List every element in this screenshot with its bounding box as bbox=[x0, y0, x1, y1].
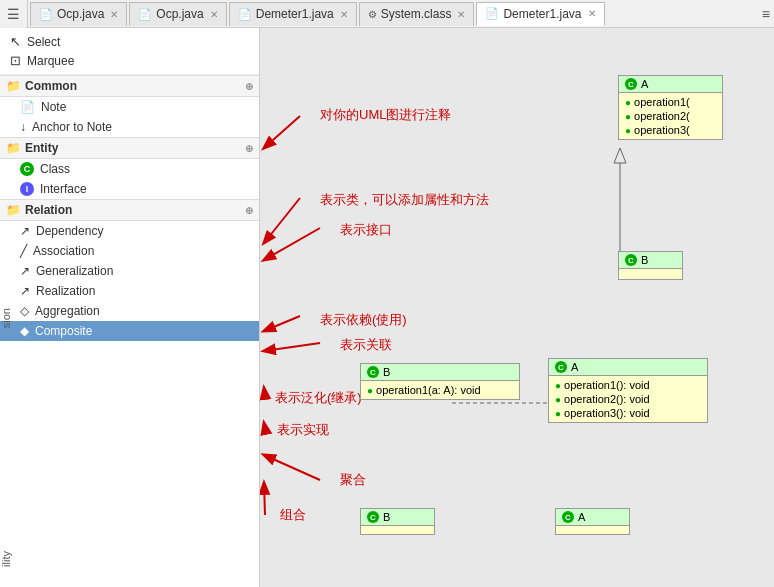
main-area: sion ility ↖ Select ⊡ Marquee 📁 Common ⊕… bbox=[0, 28, 774, 587]
tab-menu-btn[interactable]: ≡ bbox=[762, 6, 770, 22]
class-badge-a-bot: C bbox=[562, 511, 574, 523]
item-realization-label: Realization bbox=[36, 284, 95, 298]
svg-line-1 bbox=[264, 198, 300, 243]
tab-demeter1-label: Demeter1.java bbox=[256, 7, 334, 21]
tab-bar: ☰ 📄 Ocp.java ✕ 📄 Ocp.java ✕ 📄 Demeter1.j… bbox=[0, 0, 774, 28]
box-b-mid-title: B bbox=[383, 366, 390, 378]
class-badge-a-mid: C bbox=[555, 361, 567, 373]
select-tool[interactable]: ↖ Select bbox=[6, 32, 253, 51]
pin-entity-icon: ⊕ bbox=[245, 143, 253, 154]
item-composite[interactable]: ◆ Composite bbox=[0, 321, 259, 341]
section-relation-header[interactable]: 📁 Relation ⊕ bbox=[0, 199, 259, 221]
method-row: ● operation3( bbox=[623, 123, 718, 137]
item-dependency-label: Dependency bbox=[36, 224, 103, 238]
section-relation-label: Relation bbox=[25, 203, 72, 217]
class-badge-b-top: C bbox=[625, 254, 637, 266]
edge-label-ility: ility bbox=[0, 551, 12, 567]
svg-marker-12 bbox=[614, 148, 626, 163]
svg-line-7 bbox=[264, 455, 320, 480]
item-association-label: Association bbox=[33, 244, 94, 258]
uml-box-b-mid: C B ● operation1(a: A): void bbox=[360, 363, 520, 400]
interface-circle-icon: I bbox=[20, 182, 34, 196]
tab-demeter1[interactable]: 📄 Demeter1.java ✕ bbox=[229, 2, 357, 26]
generalization-icon: ↗ bbox=[20, 264, 30, 278]
tab-close-ocp1[interactable]: ✕ bbox=[110, 9, 118, 20]
method-row: ● operation1(): void bbox=[553, 378, 703, 392]
item-dependency[interactable]: ↗ Dependency bbox=[0, 221, 259, 241]
box-b-bot-title: B bbox=[383, 511, 390, 523]
method-row: ● operation1(a: A): void bbox=[365, 383, 515, 397]
select-icon: ↖ bbox=[10, 34, 21, 49]
marquee-label: Marquee bbox=[27, 54, 74, 68]
marquee-icon: ⊡ bbox=[10, 53, 21, 68]
item-aggregation[interactable]: ◇ Aggregation bbox=[0, 301, 259, 321]
item-note[interactable]: 📄 Note bbox=[0, 97, 259, 117]
uml-box-a-bot: C A bbox=[555, 508, 630, 535]
box-b-top-title: B bbox=[641, 254, 648, 266]
uml-box-a-top: C A ● operation1( ● operation2( ● operat… bbox=[618, 75, 723, 140]
section-entity-header[interactable]: 📁 Entity ⊕ bbox=[0, 137, 259, 159]
item-interface[interactable]: I Interface bbox=[0, 179, 259, 199]
annotation-interface: 表示接口 bbox=[340, 221, 392, 239]
tab-demeter2-label: Demeter1.java bbox=[503, 7, 581, 21]
class-badge-a-top: C bbox=[625, 78, 637, 90]
svg-line-5 bbox=[264, 388, 265, 396]
item-class[interactable]: C Class bbox=[0, 159, 259, 179]
content-area: 对你的UML图进行注释 表示类，可以添加属性和方法 表示接口 表示依赖(使用) … bbox=[260, 28, 774, 587]
java-icon4: 📄 bbox=[485, 7, 499, 20]
box-a-bot-title: A bbox=[578, 511, 585, 523]
pin-relation-icon: ⊕ bbox=[245, 205, 253, 216]
item-generalization[interactable]: ↗ Generalization bbox=[0, 261, 259, 281]
uml-box-a-mid: C A ● operation1(): void ● operation2():… bbox=[548, 358, 708, 423]
method-label: operation3(): void bbox=[564, 407, 650, 419]
tab-close-ocp2[interactable]: ✕ bbox=[210, 9, 218, 20]
method-label: operation1(): void bbox=[564, 379, 650, 391]
section-entity-label: Entity bbox=[25, 141, 58, 155]
tab-ocp2[interactable]: 📄 Ocp.java ✕ bbox=[129, 2, 226, 26]
annotation-note: 对你的UML图进行注释 bbox=[320, 106, 451, 124]
section-common-label: Common bbox=[25, 79, 77, 93]
tab-ocp2-label: Ocp.java bbox=[156, 7, 203, 21]
tab-demeter2[interactable]: 📄 Demeter1.java ✕ bbox=[476, 2, 604, 26]
composite-icon: ◆ bbox=[20, 324, 29, 338]
item-realization[interactable]: ↗ Realization bbox=[0, 281, 259, 301]
section-common-header[interactable]: 📁 Common ⊕ bbox=[0, 75, 259, 97]
realization-icon: ↗ bbox=[20, 284, 30, 298]
item-class-label: Class bbox=[40, 162, 70, 176]
aggregation-icon: ◇ bbox=[20, 304, 29, 318]
annotation-class: 表示类，可以添加属性和方法 bbox=[320, 191, 489, 209]
item-anchor[interactable]: ↓ Anchor to Note bbox=[0, 117, 259, 137]
tab-close-system[interactable]: ✕ bbox=[457, 9, 465, 20]
select-label: Select bbox=[27, 35, 60, 49]
svg-line-2 bbox=[264, 228, 320, 260]
method-label: operation1( bbox=[634, 96, 690, 108]
method-row: ● operation2( bbox=[623, 109, 718, 123]
tab-ocp1[interactable]: 📄 Ocp.java ✕ bbox=[30, 2, 127, 26]
class-icon: ⚙ bbox=[368, 9, 377, 20]
tab-close-demeter1[interactable]: ✕ bbox=[340, 9, 348, 20]
item-interface-label: Interface bbox=[40, 182, 87, 196]
method-label: operation3( bbox=[634, 124, 690, 136]
svg-line-6 bbox=[264, 423, 265, 428]
annotation-generalization: 表示泛化(继承) bbox=[275, 389, 362, 407]
item-note-label: Note bbox=[41, 100, 66, 114]
class-circle-icon: C bbox=[20, 162, 34, 176]
annotation-aggregation: 聚合 bbox=[340, 471, 366, 489]
class-badge-b-mid: C bbox=[367, 366, 379, 378]
svg-line-4 bbox=[264, 343, 320, 351]
anchor-icon: ↓ bbox=[20, 120, 26, 134]
item-association[interactable]: ╱ Association bbox=[0, 241, 259, 261]
sidebar-toggle[interactable]: ☰ bbox=[0, 0, 28, 28]
java-icon: 📄 bbox=[39, 8, 53, 21]
annotation-realization: 表示实现 bbox=[277, 421, 329, 439]
method-label: operation2(): void bbox=[564, 393, 650, 405]
tab-system-label: System.class bbox=[381, 7, 452, 21]
item-composite-label: Composite bbox=[35, 324, 92, 338]
item-aggregation-label: Aggregation bbox=[35, 304, 100, 318]
tab-close-demeter2[interactable]: ✕ bbox=[588, 8, 596, 19]
tab-system[interactable]: ⚙ System.class ✕ bbox=[359, 2, 475, 26]
folder-entity-icon: 📁 bbox=[6, 141, 21, 155]
tab-ocp1-label: Ocp.java bbox=[57, 7, 104, 21]
marquee-tool[interactable]: ⊡ Marquee bbox=[6, 51, 253, 70]
method-label: operation2( bbox=[634, 110, 690, 122]
